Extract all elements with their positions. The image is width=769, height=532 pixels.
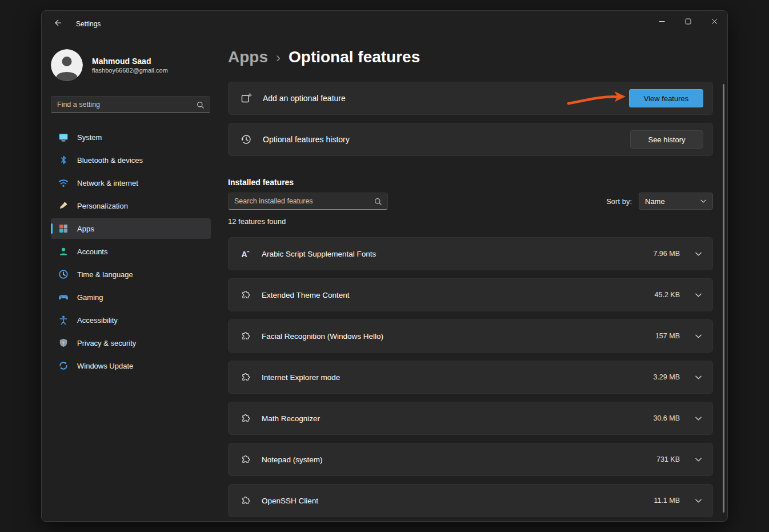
minimize-button[interactable] [648, 11, 675, 31]
feature-row[interactable]: Notepad (system) 731 KB [228, 443, 713, 476]
sidebar-item-label: System [77, 133, 102, 142]
system-icon [58, 131, 69, 143]
close-button[interactable] [701, 11, 727, 31]
view-features-button[interactable]: View features [629, 89, 703, 107]
selected-accent-pill [51, 223, 53, 234]
svg-text:A: A [242, 250, 247, 259]
puzzle-icon [239, 454, 253, 465]
feature-name: Facial Recognition (Windows Hello) [262, 332, 383, 341]
update-icon [58, 360, 69, 371]
feature-name: Extended Theme Content [262, 291, 350, 299]
feature-name: Math Recognizer [262, 414, 320, 423]
search-icon[interactable] [374, 197, 383, 206]
installed-toolbar: Sort by: Name [228, 193, 713, 210]
installed-features-heading: Installed features [228, 178, 713, 187]
feature-row[interactable]: Extended Theme Content 45.2 KB [228, 278, 713, 311]
chevron-down-icon[interactable] [695, 374, 702, 381]
sidebar-item-windows-update[interactable]: Windows Update [51, 355, 211, 376]
puzzle-icon [239, 331, 253, 342]
sidebar-item-label: Accounts [77, 247, 107, 256]
sidebar-nav: System Bluetooth & devices Network & int… [51, 127, 211, 376]
paintbrush-icon [58, 200, 69, 211]
feature-row[interactable]: Internet Explorer mode 3.29 MB [228, 361, 713, 394]
user-profile[interactable]: Mahmoud Saad flashboy66682@gmail.com [51, 49, 211, 81]
feature-list: A Arabic Script Supplemental Fonts 7.96 … [228, 237, 713, 517]
main-content: Apps › Optional features Add an optional… [228, 37, 713, 522]
titlebar: Settings [42, 11, 727, 37]
sidebar-item-label: Network & internet [77, 179, 138, 187]
feature-size: 30.6 MB [653, 414, 680, 422]
sidebar: Mahmoud Saad flashboy66682@gmail.com Sys… [51, 49, 211, 378]
page-title: Optional features [289, 46, 420, 68]
history-label: Optional features history [263, 135, 350, 144]
feature-row[interactable]: Facial Recognition (Windows Hello) 157 M… [228, 319, 713, 353]
sort-by-label: Sort by: [606, 197, 632, 206]
feature-row[interactable]: Math Recognizer 30.6 MB [228, 402, 713, 435]
feature-size: 7.96 MB [653, 250, 680, 258]
chevron-down-icon[interactable] [695, 456, 702, 463]
installed-search-input[interactable] [234, 197, 370, 205]
feature-row[interactable]: A Arabic Script Supplemental Fonts 7.96 … [228, 237, 713, 270]
features-count: 12 features found [228, 217, 713, 226]
feature-row[interactable]: OpenSSH Client 11.1 MB [228, 484, 713, 517]
avatar [51, 49, 83, 81]
add-optional-feature-card: Add an optional feature View features [228, 82, 713, 115]
sidebar-item-label: Personalization [77, 202, 128, 210]
back-button[interactable] [49, 15, 67, 33]
feature-size: 731 KB [656, 455, 680, 463]
chevron-down-icon[interactable] [695, 415, 702, 422]
sidebar-item-label: Gaming [77, 293, 103, 302]
scrollbar[interactable] [723, 84, 724, 513]
installed-search-box [228, 193, 388, 210]
user-email: flashboy66682@gmail.com [92, 66, 168, 75]
sidebar-item-apps[interactable]: Apps [51, 218, 211, 239]
sidebar-item-bluetooth[interactable]: Bluetooth & devices [51, 150, 211, 170]
sidebar-item-system[interactable]: System [51, 127, 211, 147]
minimize-icon [659, 18, 665, 25]
breadcrumb-parent[interactable]: Apps [228, 46, 268, 68]
fonts-icon: A [239, 248, 253, 259]
chevron-down-icon[interactable] [695, 497, 702, 505]
add-feature-label: Add an optional feature [263, 94, 346, 103]
puzzle-icon [239, 290, 253, 301]
search-icon[interactable] [196, 101, 205, 110]
sidebar-item-accessibility[interactable]: Accessibility [51, 310, 211, 330]
game-controller-icon [58, 291, 69, 303]
feature-size: 45.2 KB [655, 291, 680, 299]
feature-name: Notepad (system) [262, 455, 323, 464]
chevron-down-icon[interactable] [695, 250, 702, 258]
chevron-down-icon[interactable] [695, 291, 702, 299]
sidebar-item-gaming[interactable]: Gaming [51, 287, 211, 307]
shield-icon [58, 337, 69, 349]
accessibility-icon [58, 314, 69, 326]
add-feature-icon [239, 92, 254, 105]
clock-icon [58, 269, 69, 280]
maximize-button[interactable] [675, 11, 701, 31]
sidebar-item-personalization[interactable]: Personalization [51, 195, 211, 216]
sidebar-item-accounts[interactable]: Accounts [51, 241, 211, 262]
see-history-button[interactable]: See history [630, 130, 703, 149]
back-arrow-icon [53, 18, 62, 30]
window-title: Settings [76, 20, 101, 28]
feature-size: 11.1 MB [654, 497, 680, 505]
wifi-icon [58, 177, 69, 189]
puzzle-icon [239, 495, 253, 506]
history-icon [239, 133, 254, 146]
feature-name: Arabic Script Supplemental Fonts [262, 250, 376, 258]
settings-search-input[interactable] [57, 101, 193, 109]
settings-search-box [51, 96, 210, 113]
close-icon [711, 18, 718, 25]
sidebar-item-time-language[interactable]: Time & language [51, 264, 211, 285]
chevron-down-icon[interactable] [695, 333, 702, 340]
sidebar-item-network[interactable]: Network & internet [51, 173, 211, 193]
window-controls [648, 11, 727, 31]
sort-dropdown[interactable]: Name [639, 193, 713, 210]
feature-size: 3.29 MB [653, 373, 680, 381]
sidebar-item-privacy[interactable]: Privacy & security [51, 333, 211, 353]
feature-size: 157 MB [655, 332, 680, 340]
sidebar-item-label: Accessibility [77, 316, 118, 325]
apps-icon [58, 223, 69, 234]
sidebar-item-label: Privacy & security [77, 339, 136, 347]
puzzle-icon [239, 413, 253, 424]
sort-value: Name [645, 197, 665, 206]
